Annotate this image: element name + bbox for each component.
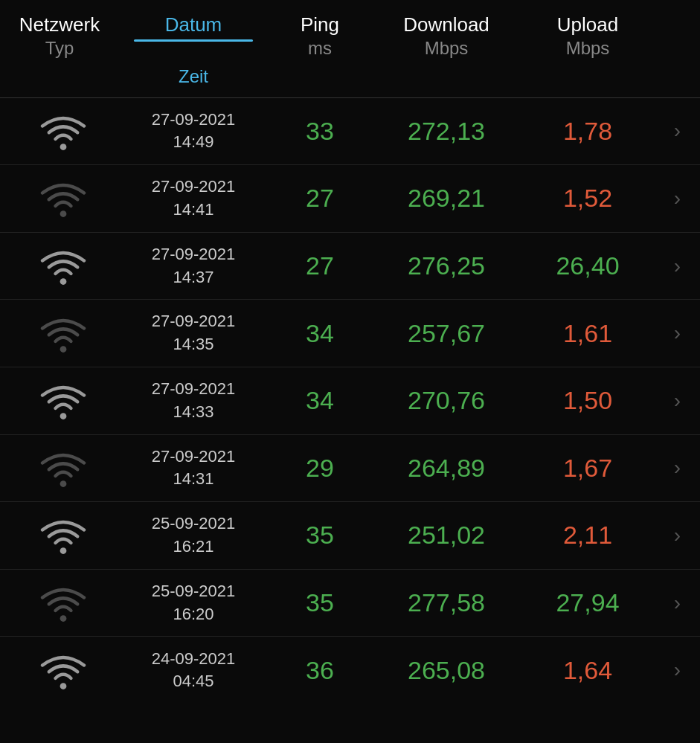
table-row[interactable]: 24-09-202104:45 36 265,08 1,64 › xyxy=(0,637,700,704)
table-row[interactable]: 25-09-202116:20 35 277,58 27,94 › xyxy=(0,570,700,637)
network-icon-cell xyxy=(0,380,119,421)
svg-point-4 xyxy=(60,413,67,419)
table-row[interactable]: 27-09-202114:31 29 264,89 1,67 › xyxy=(0,435,700,503)
upload-cell: 1,52 xyxy=(521,184,655,213)
table-row[interactable]: 27-09-202114:33 34 270,76 1,50 › xyxy=(0,367,700,435)
download-cell: 265,08 xyxy=(372,656,521,685)
download-cell: 272,13 xyxy=(372,117,521,146)
upload-cell: 1,61 xyxy=(521,319,655,348)
date-time-cell: 27-09-202114:33 xyxy=(119,378,268,424)
download-cell: 251,02 xyxy=(372,521,521,550)
upload-cell: 1,50 xyxy=(521,386,655,415)
chevron-icon[interactable]: › xyxy=(655,591,700,615)
ping-cell: 29 xyxy=(268,454,372,483)
chevron-icon[interactable]: › xyxy=(655,456,700,480)
table-row[interactable]: 27-09-202114:35 34 257,67 1,61 › xyxy=(0,300,700,367)
header-datetime[interactable]: Datum Zeit xyxy=(119,13,268,89)
network-icon-cell xyxy=(0,245,119,286)
network-icon-cell xyxy=(0,650,119,691)
upload-cell: 2,11 xyxy=(521,521,655,550)
download-cell: 264,89 xyxy=(372,454,521,483)
chevron-icon[interactable]: › xyxy=(655,389,700,413)
network-icon-cell xyxy=(0,178,119,219)
download-cell: 270,76 xyxy=(372,386,521,415)
download-cell: 276,25 xyxy=(372,251,521,280)
date-time-cell: 27-09-202114:37 xyxy=(119,243,268,289)
table-row[interactable]: 27-09-202114:37 27 276,25 26,40 › xyxy=(0,233,700,300)
svg-point-5 xyxy=(60,480,67,487)
ping-cell: 33 xyxy=(268,117,372,146)
table-header: Netzwerk Typ Datum Zeit Ping ms Download… xyxy=(0,0,700,98)
header-network: Netzwerk Typ xyxy=(0,13,119,89)
svg-point-2 xyxy=(60,278,67,285)
svg-point-0 xyxy=(60,144,67,150)
header-ping: Ping ms xyxy=(268,13,372,89)
ping-cell: 36 xyxy=(268,656,372,685)
svg-point-1 xyxy=(60,211,67,218)
chevron-icon[interactable]: › xyxy=(655,119,700,143)
network-icon-cell xyxy=(0,111,119,152)
table-row[interactable]: 27-09-202114:41 27 269,21 1,52 › xyxy=(0,165,700,233)
upload-cell: 26,40 xyxy=(521,251,655,280)
network-icon-cell xyxy=(0,515,119,556)
network-icon-cell xyxy=(0,448,119,489)
header-download: Download Mbps xyxy=(372,13,521,89)
network-icon-cell xyxy=(0,313,119,354)
date-time-cell: 25-09-202116:20 xyxy=(119,580,268,626)
chevron-icon[interactable]: › xyxy=(655,187,700,210)
speed-test-table: Netzwerk Typ Datum Zeit Ping ms Download… xyxy=(0,0,700,704)
chevron-icon[interactable]: › xyxy=(655,658,700,682)
ping-cell: 35 xyxy=(268,521,372,550)
svg-point-3 xyxy=(60,346,67,353)
upload-cell: 1,78 xyxy=(521,117,655,146)
date-time-cell: 25-09-202116:21 xyxy=(119,512,268,559)
svg-point-8 xyxy=(60,683,67,689)
ping-cell: 27 xyxy=(268,184,372,213)
svg-point-7 xyxy=(60,615,67,622)
upload-cell: 27,94 xyxy=(521,588,655,617)
chevron-icon[interactable]: › xyxy=(655,524,700,547)
chevron-icon[interactable]: › xyxy=(655,321,700,345)
upload-cell: 1,67 xyxy=(521,454,655,483)
table-body: 27-09-202114:49 33 272,13 1,78 › 27-09-2… xyxy=(0,98,700,704)
ping-cell: 34 xyxy=(268,386,372,415)
date-time-cell: 24-09-202104:45 xyxy=(119,648,268,694)
download-cell: 277,58 xyxy=(372,588,521,617)
date-time-cell: 27-09-202114:41 xyxy=(119,176,268,222)
header-chevron-spacer xyxy=(655,13,700,89)
network-icon-cell xyxy=(0,582,119,623)
table-row[interactable]: 25-09-202116:21 35 251,02 2,11 › xyxy=(0,502,700,570)
download-cell: 269,21 xyxy=(372,184,521,213)
table-row[interactable]: 27-09-202114:49 33 272,13 1,78 › xyxy=(0,98,700,166)
ping-cell: 27 xyxy=(268,251,372,280)
upload-cell: 1,64 xyxy=(521,656,655,685)
header-upload: Upload Mbps xyxy=(521,13,655,89)
chevron-icon[interactable]: › xyxy=(655,254,700,278)
ping-cell: 35 xyxy=(268,588,372,617)
date-time-cell: 27-09-202114:31 xyxy=(119,446,268,492)
date-time-cell: 27-09-202114:35 xyxy=(119,310,268,356)
svg-point-6 xyxy=(60,548,67,555)
date-time-cell: 27-09-202114:49 xyxy=(119,109,268,155)
download-cell: 257,67 xyxy=(372,319,521,348)
ping-cell: 34 xyxy=(268,319,372,348)
